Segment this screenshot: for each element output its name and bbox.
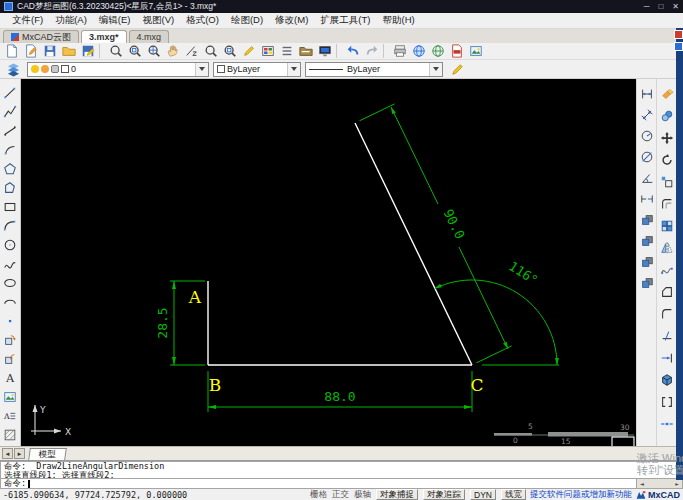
dim-radius-icon[interactable] bbox=[638, 125, 656, 146]
spline-edit-icon[interactable] bbox=[658, 259, 676, 281]
arc-icon[interactable] bbox=[1, 216, 19, 235]
zoom-previous-icon[interactable] bbox=[182, 43, 201, 59]
block-insert-icon[interactable] bbox=[1, 330, 19, 349]
point-labels[interactable]: A B C bbox=[188, 287, 484, 395]
mirror-icon[interactable] bbox=[658, 237, 676, 259]
erase-icon[interactable] bbox=[658, 83, 676, 105]
print-icon[interactable] bbox=[390, 43, 409, 59]
color-dropdown-arrow[interactable] bbox=[287, 63, 300, 76]
dim-vertical-value[interactable]: 28.5 bbox=[155, 307, 170, 338]
toggle-ortho[interactable]: 正交 bbox=[332, 489, 349, 500]
command-history[interactable]: 命令: _Draw2LineAngularDimension 选择直线段1: 选… bbox=[0, 461, 683, 478]
move-icon[interactable] bbox=[658, 127, 676, 149]
toggle-dyn[interactable]: DYN bbox=[470, 489, 496, 500]
zoom-realtime-icon[interactable] bbox=[201, 43, 220, 59]
pan-icon[interactable] bbox=[163, 43, 182, 59]
line-icon[interactable] bbox=[1, 83, 19, 102]
menu-view[interactable]: 视图(V) bbox=[136, 13, 180, 28]
geometry-lines[interactable] bbox=[208, 123, 472, 365]
offset-icon[interactable] bbox=[658, 193, 676, 215]
alert-panel-icon[interactable] bbox=[674, 30, 683, 39]
linetype-select[interactable]: ByLayer bbox=[305, 62, 443, 77]
polygon-edge-icon[interactable] bbox=[1, 178, 19, 197]
layer-select[interactable]: 0 bbox=[27, 62, 209, 77]
dim-horizontal-value[interactable]: 88.0 bbox=[324, 389, 355, 404]
dim-aligned-value[interactable]: 90.0 bbox=[440, 207, 467, 242]
block-create-icon[interactable] bbox=[1, 349, 19, 368]
minimize-button[interactable]: ─ bbox=[644, 2, 650, 11]
scroll-left-button[interactable]: ◄ bbox=[637, 480, 647, 487]
menu-function[interactable]: 功能(A) bbox=[49, 13, 93, 28]
text-icon[interactable] bbox=[1, 368, 19, 387]
construction-line-icon[interactable] bbox=[1, 121, 19, 140]
layer-on-icon[interactable] bbox=[31, 65, 39, 73]
model-3d-icon[interactable] bbox=[658, 369, 676, 391]
redo-icon[interactable] bbox=[362, 43, 381, 59]
save-as-icon[interactable] bbox=[78, 43, 97, 59]
spline-icon[interactable] bbox=[1, 254, 19, 273]
undo-icon[interactable] bbox=[343, 43, 362, 59]
maximize-button[interactable]: □ bbox=[658, 2, 663, 11]
array-icon[interactable] bbox=[658, 215, 676, 237]
web-open-icon[interactable] bbox=[428, 43, 447, 59]
block-tool-1-icon[interactable] bbox=[638, 209, 656, 230]
zoom-window-icon[interactable] bbox=[125, 43, 144, 59]
layout-next-button[interactable]: ► bbox=[14, 448, 25, 459]
toggle-polar[interactable]: 极轴 bbox=[354, 489, 371, 500]
scroll-right-button[interactable]: ► bbox=[672, 480, 682, 487]
tab-drawing-3[interactable]: 3.mxg* bbox=[81, 30, 127, 43]
block-tool-2-icon[interactable] bbox=[638, 230, 656, 251]
save-icon[interactable] bbox=[40, 43, 59, 59]
layout-prev-button[interactable]: ◄ bbox=[2, 448, 13, 459]
tab-mxcad-cloud[interactable]: MxCAD云图 bbox=[3, 30, 79, 43]
menu-edit[interactable]: 编辑(E) bbox=[93, 13, 137, 28]
dim-continue-icon[interactable] bbox=[638, 188, 656, 209]
dimension-angle[interactable] bbox=[435, 280, 559, 365]
docked-panel-strip[interactable] bbox=[676, 28, 683, 480]
command-input[interactable]: 命令: bbox=[0, 478, 637, 489]
zoom-extents-icon[interactable] bbox=[106, 43, 125, 59]
open-edit-icon[interactable] bbox=[21, 43, 40, 59]
circle-icon[interactable] bbox=[1, 235, 19, 254]
scale-icon[interactable] bbox=[658, 171, 676, 193]
new-file-icon[interactable] bbox=[2, 43, 21, 59]
trim-icon[interactable] bbox=[658, 325, 676, 347]
fillet-icon[interactable] bbox=[658, 303, 676, 325]
image-insert-icon[interactable] bbox=[1, 387, 19, 406]
rotate-icon[interactable] bbox=[658, 149, 676, 171]
model-tab[interactable]: 模型 bbox=[28, 448, 67, 460]
dim-linear-icon[interactable] bbox=[638, 83, 656, 104]
linetype-dropdown-arrow[interactable] bbox=[429, 63, 442, 76]
draw-sketch-icon[interactable] bbox=[239, 43, 258, 59]
join-icon[interactable] bbox=[658, 413, 676, 435]
layer-dropdown-arrow[interactable] bbox=[195, 63, 208, 76]
block-tool-4-icon[interactable] bbox=[638, 272, 656, 293]
drawing-canvas[interactable]: 28.5 88.0 90.0 bbox=[21, 79, 636, 446]
copy-icon[interactable] bbox=[658, 105, 676, 127]
dim-angle-value[interactable]: 116° bbox=[506, 258, 540, 288]
color-select[interactable]: ByLayer bbox=[213, 62, 301, 77]
layer-manager-icon[interactable] bbox=[3, 61, 23, 78]
menu-file[interactable]: 文件(F) bbox=[6, 13, 49, 28]
hatch-icon[interactable] bbox=[1, 425, 19, 444]
ellipse-icon[interactable] bbox=[1, 273, 19, 292]
cloud-panel-icon[interactable] bbox=[674, 42, 683, 51]
draw-order-pencil-icon[interactable] bbox=[447, 61, 467, 78]
feedback-link[interactable]: 提交软件问题或增加新功能 bbox=[530, 489, 632, 500]
web-publish-icon[interactable] bbox=[409, 43, 428, 59]
block-tool-3-icon[interactable] bbox=[638, 251, 656, 272]
menu-modify[interactable]: 修改(M) bbox=[269, 13, 314, 28]
mtext-icon[interactable] bbox=[1, 406, 19, 425]
menu-format[interactable]: 格式(O) bbox=[180, 13, 225, 28]
color-settings-icon[interactable] bbox=[258, 43, 277, 59]
layer-lock-icon[interactable] bbox=[51, 65, 59, 73]
zoom-dynamic-icon[interactable] bbox=[144, 43, 163, 59]
toggle-osnap[interactable]: 对象捕捉 bbox=[376, 489, 418, 500]
menu-draw[interactable]: 绘图(D) bbox=[225, 13, 269, 28]
menu-ext-tools[interactable]: 扩展工具(T) bbox=[314, 13, 376, 28]
chamfer-icon[interactable] bbox=[658, 281, 676, 303]
polyline-icon[interactable] bbox=[1, 102, 19, 121]
dim-aligned-icon[interactable] bbox=[638, 104, 656, 125]
layer-list-icon[interactable] bbox=[277, 43, 296, 59]
ellipse-arc-icon[interactable] bbox=[1, 292, 19, 311]
